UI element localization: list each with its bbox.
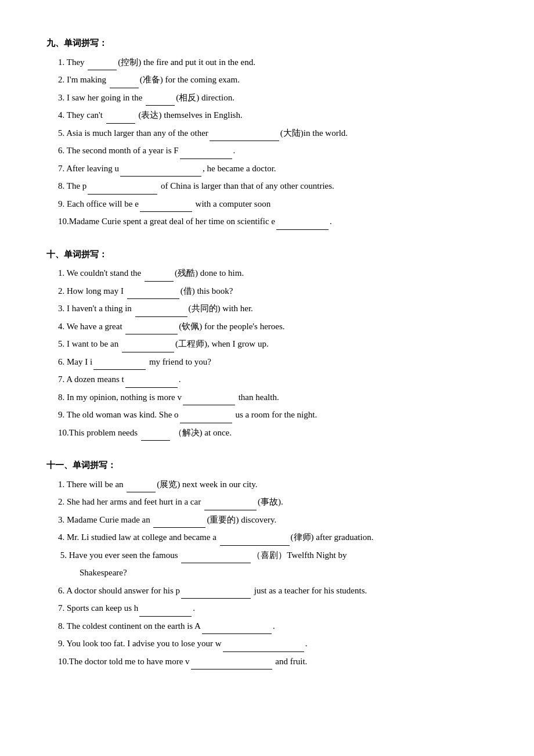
list-item: 1. There will be an (展览) next week in ou… — [58, 476, 488, 493]
list-item: 6. May I i my friend to you? — [58, 354, 488, 370]
list-item: 5. Asia is much larger than any of the o… — [58, 125, 488, 142]
list-item: 9. You look too fat. I advise you to los… — [58, 635, 488, 652]
list-item: 9. Each office will be e with a computer… — [58, 196, 488, 213]
list-item: 5. Have you ever seen the famous （喜剧）Twe… — [58, 547, 488, 564]
list-item: 10.The doctor told me to have more v and… — [58, 653, 488, 670]
list-item: 4. They can't (表达) themselves in English… — [58, 107, 488, 124]
section-10-title: 十、单词拼写： — [46, 246, 488, 263]
list-item: 10.Madame Curie spent a great deal of he… — [58, 213, 488, 230]
list-item: 2. I'm making (准备) for the coming exam. — [58, 71, 488, 88]
section-10-items: 1. We couldn't stand the (残酷) done to hi… — [46, 265, 488, 441]
list-item: 8. The coldest continent on the earth is… — [58, 618, 488, 635]
section-11-title: 十一、单词拼写： — [46, 457, 488, 474]
list-item: 3. Madame Curie made an (重要的) discovery. — [58, 512, 488, 528]
list-item: 4. Mr. Li studied law at college and bec… — [58, 529, 488, 546]
list-item: 1. They (控制) the fire and put it out in … — [58, 54, 488, 71]
list-item-continuation: Shakespeare? — [58, 564, 488, 581]
section-11: 十一、单词拼写： 1. There will be an (展览) next w… — [46, 457, 488, 669]
list-item: 4. We have a great (钦佩) for the people's… — [58, 318, 488, 335]
list-item: 3. I saw her going in the (相反) direction… — [58, 89, 488, 106]
list-item: 6. The second month of a year is F. — [58, 142, 488, 159]
list-item: 2. She had her arms and feet hurt in a c… — [58, 494, 488, 510]
list-item: 3. I haven't a thing in (共同的) with her. — [58, 300, 488, 317]
list-item: 7. Sports can keep us h. — [58, 600, 488, 617]
list-item: 1. We couldn't stand the (残酷) done to hi… — [58, 265, 488, 282]
list-item: 7. After leaving u, he became a doctor. — [58, 160, 488, 177]
list-item: 5. I want to be an (工程师), when I grow up… — [58, 336, 488, 352]
list-item: 6. A doctor should answer for his p just… — [58, 582, 488, 599]
page-content: 九、单词拼写： 1. They (控制) the fire and put it… — [46, 35, 488, 669]
list-item: 2. How long may I (借) this book? — [58, 283, 488, 300]
section-9-items: 1. They (控制) the fire and put it out in … — [46, 54, 488, 230]
list-item: 9. The old woman was kind. She o us a ro… — [58, 406, 488, 423]
section-10: 十、单词拼写： 1. We couldn't stand the (残酷) do… — [46, 246, 488, 441]
list-item: 7. A dozen means t. — [58, 371, 488, 388]
section-9: 九、单词拼写： 1. They (控制) the fire and put it… — [46, 35, 488, 230]
list-item: 8. The p of China is larger than that of… — [58, 178, 488, 195]
section-9-title: 九、单词拼写： — [46, 35, 488, 52]
list-item: 10.This problem needs （解决) at once. — [58, 424, 488, 441]
list-item: 8. In my opinion, nothing is more v than… — [58, 389, 488, 406]
section-11-items: 1. There will be an (展览) next week in ou… — [46, 476, 488, 670]
